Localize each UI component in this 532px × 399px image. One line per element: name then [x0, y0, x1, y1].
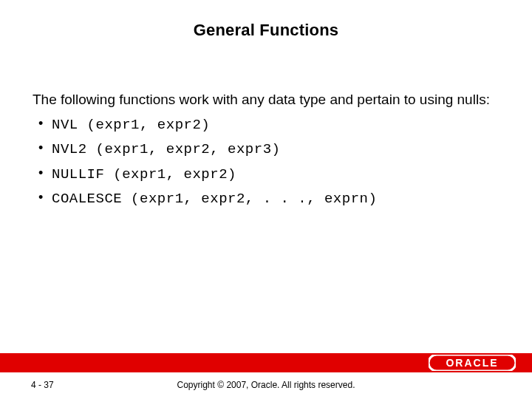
- list-item: COALESCE (expr1, expr2, . . ., exprn): [37, 188, 499, 210]
- bullet-list: NVL (expr1, expr2) NVL2 (expr1, expr2, e…: [33, 114, 499, 210]
- intro-text: The following functions work with any da…: [33, 90, 499, 109]
- list-item: NULLIF (expr1, expr2): [37, 163, 499, 185]
- code-text: NVL2 (expr1, expr2, expr3): [52, 141, 280, 157]
- code-text: NVL (expr1, expr2): [52, 117, 210, 133]
- slide: General Functions The following function…: [0, 0, 532, 399]
- slide-body: The following functions work with any da…: [33, 90, 499, 210]
- code-text: NULLIF (expr1, expr2): [52, 166, 236, 183]
- code-text: COALESCE (expr1, expr2, . . ., exprn): [52, 191, 377, 207]
- slide-title: General Functions: [0, 21, 532, 40]
- logo-text: ORACLE: [446, 357, 498, 369]
- copyright-text: Copyright © 2007, Oracle. All rights res…: [0, 380, 532, 390]
- list-item: NVL (expr1, expr2): [37, 114, 499, 136]
- list-item: NVL2 (expr1, expr2, expr3): [37, 138, 499, 160]
- oracle-logo: ORACLE: [429, 355, 516, 371]
